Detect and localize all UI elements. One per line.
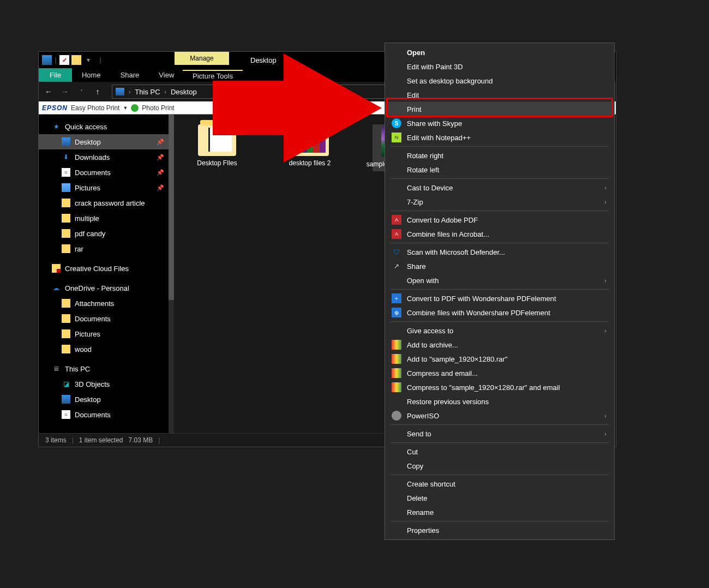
file-tab[interactable]: File bbox=[39, 68, 72, 82]
status-item-count: 3 items bbox=[45, 436, 67, 444]
epson-dropdown-icon[interactable]: ▼ bbox=[123, 105, 128, 111]
ctx-properties[interactable]: Properties bbox=[385, 523, 614, 537]
location-icon bbox=[116, 88, 124, 95]
ctx-give-access[interactable]: Give access to› bbox=[385, 323, 614, 338]
recent-dropdown-icon[interactable]: ˅ bbox=[76, 89, 87, 95]
ctx-add-rar[interactable]: Add to "sample_1920×1280.rar" bbox=[385, 352, 614, 366]
sidebar-scrollbar[interactable] bbox=[169, 115, 174, 433]
sidebar-item-creative-cloud[interactable]: Creative Cloud Files bbox=[39, 261, 174, 276]
ctx-wondershare-combine[interactable]: ⊕Combine files with Wondershare PDFeleme… bbox=[385, 305, 614, 320]
view-tab[interactable]: View bbox=[149, 71, 184, 79]
scrollbar-thumb[interactable] bbox=[169, 115, 174, 300]
ctx-combine-acrobat[interactable]: ACombine files in Acrobat... bbox=[385, 227, 614, 241]
ctx-share[interactable]: ↗Share bbox=[385, 259, 614, 273]
sidebar-item-3d-objects[interactable]: ◪ 3D Objects bbox=[39, 376, 174, 392]
forward-button[interactable]: → bbox=[59, 87, 70, 96]
ctx-separator bbox=[390, 424, 609, 425]
ctx-create-shortcut[interactable]: Create shortcut bbox=[385, 477, 614, 491]
sidebar-item-folder[interactable]: multiple bbox=[39, 211, 174, 226]
sidebar-item-folder[interactable]: Attachments bbox=[39, 296, 174, 311]
ctx-label: Share with Skype bbox=[407, 119, 462, 128]
ctx-cast-to-device[interactable]: Cast to Device› bbox=[385, 181, 614, 195]
ctx-share-skype[interactable]: SShare with Skype bbox=[385, 116, 614, 130]
home-tab[interactable]: Home bbox=[72, 71, 111, 79]
sidebar-item-this-pc[interactable]: 🖥 This PC bbox=[39, 361, 174, 376]
ctx-scan-defender[interactable]: 🛡Scan with Microsoft Defender... bbox=[385, 245, 614, 259]
ctx-copy[interactable]: Copy bbox=[385, 459, 614, 473]
ctx-send-to[interactable]: Send to› bbox=[385, 427, 614, 441]
properties-icon[interactable]: ✓ bbox=[59, 55, 69, 65]
desktop-icon bbox=[62, 395, 70, 404]
quick-access-node[interactable]: ★ Quick access bbox=[39, 119, 174, 134]
ctx-print[interactable]: Print bbox=[385, 102, 614, 116]
poweriso-icon bbox=[392, 411, 401, 421]
ctx-convert-adobe-pdf[interactable]: AConvert to Adobe PDF bbox=[385, 213, 614, 227]
sidebar-item-folder[interactable]: Pictures bbox=[39, 326, 174, 341]
ctx-label: Restore previous versions bbox=[407, 398, 489, 406]
ctx-label: Edit with Notepad++ bbox=[407, 134, 471, 142]
ctx-edit-notepadpp[interactable]: NEdit with Notepad++ bbox=[385, 130, 614, 145]
ctx-label: Open with bbox=[407, 277, 439, 285]
folder-icon bbox=[198, 124, 236, 156]
crumb-this-pc[interactable]: This PC bbox=[135, 88, 160, 96]
back-button[interactable]: ← bbox=[43, 87, 54, 96]
tree-label: This PC bbox=[65, 365, 90, 373]
ctx-cut[interactable]: Cut bbox=[385, 445, 614, 459]
manage-contextual-tab[interactable]: Manage bbox=[175, 52, 229, 65]
sidebar-item-folder[interactable]: wood bbox=[39, 341, 174, 357]
ctx-rename[interactable]: Rename bbox=[385, 505, 614, 519]
sidebar-item-folder[interactable]: crack password article bbox=[39, 195, 174, 211]
ctx-wondershare-convert[interactable]: +Convert to PDF with Wondershare PDFelem… bbox=[385, 291, 614, 305]
ctx-rotate-left[interactable]: Rotate left bbox=[385, 163, 614, 177]
ctx-delete[interactable]: Delete bbox=[385, 491, 614, 505]
sidebar-item-onedrive[interactable]: ☁ OneDrive - Personal bbox=[39, 280, 174, 296]
share-tab[interactable]: Share bbox=[111, 71, 149, 79]
sidebar-item-desktop[interactable]: Desktop 📌 bbox=[39, 134, 174, 149]
tree-label: Desktop bbox=[75, 138, 101, 146]
skype-icon: S bbox=[392, 118, 401, 128]
winrar-icon bbox=[392, 368, 401, 378]
picture-tools-tab[interactable]: Picture Tools bbox=[183, 70, 243, 80]
tree-label: Quick access bbox=[65, 123, 107, 131]
sidebar-item-folder[interactable]: pdf candy bbox=[39, 226, 174, 241]
ctx-edit[interactable]: Edit bbox=[385, 88, 614, 102]
up-button[interactable]: ↑ bbox=[92, 87, 103, 96]
easy-photo-print-button[interactable]: Easy Photo Print bbox=[71, 104, 119, 112]
creative-cloud-icon bbox=[52, 264, 61, 273]
ctx-open[interactable]: Open bbox=[385, 45, 614, 59]
crumb-desktop[interactable]: Desktop bbox=[171, 88, 197, 96]
sidebar-item-folder[interactable]: rar bbox=[39, 241, 174, 256]
ctx-7zip[interactable]: 7-Zip› bbox=[385, 195, 614, 209]
sidebar-item-desktop[interactable]: Desktop bbox=[39, 392, 174, 407]
ctx-compress-rar-email[interactable]: Compress to "sample_1920×1280.rar" and e… bbox=[385, 380, 614, 394]
onedrive-icon: ☁ bbox=[52, 284, 61, 292]
qat-dropdown-icon[interactable]: ▾ bbox=[83, 55, 93, 65]
folder-item[interactable]: Desktop FIles bbox=[187, 124, 247, 168]
sidebar-item-folder[interactable]: Documents bbox=[39, 311, 174, 326]
pin-icon: 📌 bbox=[157, 154, 164, 161]
wondershare-icon: ⊕ bbox=[392, 308, 401, 317]
new-folder-icon[interactable] bbox=[71, 55, 81, 65]
ctx-separator bbox=[390, 521, 609, 521]
ctx-edit-paint3d[interactable]: Edit with Paint 3D bbox=[385, 59, 614, 74]
ctx-restore-versions[interactable]: Restore previous versions bbox=[385, 394, 614, 409]
folder-item[interactable]: desktop files 2 bbox=[280, 124, 340, 168]
ctx-poweriso[interactable]: PowerISO› bbox=[385, 409, 614, 423]
chevron-right-icon[interactable]: › bbox=[165, 89, 166, 95]
sidebar-item-downloads[interactable]: ⬇ Downloads 📌 bbox=[39, 149, 174, 165]
photo-print-button[interactable]: Photo Print bbox=[142, 104, 174, 112]
navigation-pane: ★ Quick access Desktop 📌 ⬇ Downloads 📌 ≡… bbox=[39, 115, 174, 433]
ctx-add-archive[interactable]: Add to archive... bbox=[385, 338, 614, 352]
ctx-set-background[interactable]: Set as desktop background bbox=[385, 74, 614, 88]
ctx-label: Combine files in Acrobat... bbox=[407, 230, 489, 238]
context-menu: Open Edit with Paint 3D Set as desktop b… bbox=[384, 43, 615, 540]
ctx-compress-email[interactable]: Compress and email... bbox=[385, 366, 614, 380]
ctx-label: Edit with Paint 3D bbox=[407, 63, 463, 71]
sidebar-item-documents[interactable]: ≡ Documents 📌 bbox=[39, 165, 174, 180]
sidebar-item-pictures[interactable]: Pictures 📌 bbox=[39, 180, 174, 195]
tree-label: Desktop bbox=[75, 395, 101, 404]
chevron-right-icon[interactable]: › bbox=[129, 89, 130, 95]
ctx-open-with[interactable]: Open with› bbox=[385, 273, 614, 287]
ctx-rotate-right[interactable]: Rotate right bbox=[385, 148, 614, 163]
sidebar-item-documents[interactable]: ≡ Documents bbox=[39, 407, 174, 422]
